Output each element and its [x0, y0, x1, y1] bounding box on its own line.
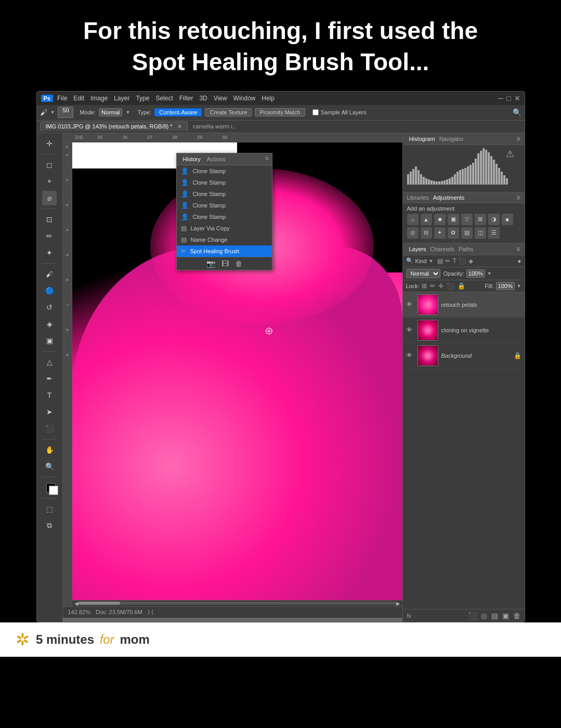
vibrance-adj-icon[interactable]: ▽	[461, 214, 473, 225]
layer-item-retouch-petals[interactable]: 👁 retouch petals	[403, 292, 525, 318]
opacity-input[interactable]	[466, 269, 485, 278]
history-item-3[interactable]: 👤 Clone Stamp	[177, 188, 272, 200]
brightness-adj-icon[interactable]: ☼	[407, 214, 419, 225]
menu-view[interactable]: View	[214, 95, 227, 102]
stamp-tool[interactable]: 🔵	[42, 283, 57, 298]
layers-footer-fx[interactable]: fx	[407, 613, 412, 619]
layer-visibility-eye-1[interactable]: 👁	[406, 301, 414, 308]
color-balance-icon[interactable]: ◑	[488, 214, 500, 225]
history-snapshot-button[interactable]: 📷	[206, 259, 215, 268]
history-item-8[interactable]: ✏ Spot Healing Brush	[177, 245, 272, 257]
invert-icon[interactable]: ✿	[448, 227, 459, 239]
levels-adj-icon[interactable]: ▲	[421, 214, 432, 225]
menu-3d[interactable]: 3D	[199, 95, 207, 102]
fill-input[interactable]	[496, 282, 515, 290]
eraser-tool[interactable]: ◈	[42, 317, 57, 331]
hue-saturation-icon[interactable]: ⊞	[475, 214, 486, 225]
eyedropper-tool[interactable]: ✏	[42, 229, 57, 243]
lock-position-icon[interactable]: ✏	[430, 282, 435, 290]
layer-item-cloning-vignette[interactable]: 👁 cloning on vignette	[403, 318, 525, 343]
menu-file[interactable]: File	[57, 95, 67, 102]
menu-select[interactable]: Select	[155, 95, 173, 102]
menu-filter[interactable]: Filter	[179, 95, 193, 102]
layer-kind-type-icon[interactable]: T	[452, 257, 456, 265]
fill-arrow[interactable]: ▼	[517, 283, 521, 289]
channel-mixer-icon[interactable]: ⊟	[421, 227, 432, 239]
gradient-map-icon[interactable]: ☰	[488, 227, 500, 239]
add-adjustment-layer-button[interactable]: ◎	[481, 612, 487, 620]
history-tab[interactable]: History	[180, 155, 204, 163]
history-item-6[interactable]: ▤ Layer Via Copy	[177, 223, 272, 234]
lasso-tool[interactable]: ⌖	[42, 174, 57, 189]
magic-wand-tool[interactable]: ⌀	[42, 191, 57, 205]
threshold-icon[interactable]: ◫	[475, 227, 486, 239]
lock-move-icon[interactable]: ✛	[438, 282, 443, 290]
history-brush-tool[interactable]: ↺	[42, 300, 57, 315]
color-lookup-icon[interactable]: ✦	[434, 227, 446, 239]
history-delete-button[interactable]: 🗑	[235, 259, 242, 268]
exposure-adj-icon[interactable]: ▣	[448, 214, 459, 225]
kind-dropdown-arrow[interactable]: ▼	[429, 258, 434, 264]
new-group-button[interactable]: ▤	[491, 612, 498, 620]
foreground-color[interactable]	[42, 480, 57, 495]
black-white-icon[interactable]: ■	[502, 214, 513, 225]
history-item-1[interactable]: 👤 Clone Stamp	[177, 165, 272, 177]
hand-tool[interactable]: ✋	[42, 443, 57, 457]
maximize-button[interactable]: □	[506, 94, 511, 102]
new-layer-button[interactable]: ▣	[502, 612, 509, 620]
histogram-tab[interactable]: Histogram	[407, 135, 437, 143]
opacity-arrow[interactable]: ▼	[487, 271, 492, 276]
navigator-tab[interactable]: Navigator	[437, 135, 466, 143]
channels-tab[interactable]: Channels	[428, 245, 456, 253]
history-item-2[interactable]: 👤 Clone Stamp	[177, 177, 272, 188]
healing-brush-tool[interactable]: ✦	[42, 245, 57, 260]
content-aware-button[interactable]: Content-Aware	[154, 108, 202, 116]
layers-tab[interactable]: Layers	[407, 245, 428, 253]
layers-panel-menu-icon[interactable]: ≡	[516, 245, 520, 253]
menu-help[interactable]: Help	[262, 95, 275, 102]
actions-tab[interactable]: Actions	[204, 155, 229, 163]
layer-item-background[interactable]: 👁 Background 🔒	[403, 343, 525, 369]
menu-image[interactable]: Image	[90, 95, 108, 102]
photo-filter-icon[interactable]: ◎	[407, 227, 419, 239]
adjustments-tab[interactable]: Adjustments	[433, 194, 465, 201]
posterize-icon[interactable]: ▤	[461, 227, 473, 239]
move-tool[interactable]: ✛	[42, 136, 57, 151]
history-camera-button[interactable]: 🎞	[221, 259, 229, 268]
lock-padlock-icon[interactable]: 🔒	[458, 282, 465, 290]
quick-mask-tool[interactable]: ⬚	[42, 502, 57, 516]
add-layer-mask-button[interactable]: ⬛	[468, 612, 477, 620]
menu-layer[interactable]: Layer	[114, 95, 129, 102]
scroll-left-arrow[interactable]: ◀	[74, 601, 79, 606]
mode-select[interactable]: Normal	[99, 108, 122, 116]
history-item-7[interactable]: ▤ Name Change	[177, 234, 272, 245]
menu-type[interactable]: Type	[136, 95, 149, 102]
create-texture-button[interactable]: Create Texture	[205, 108, 252, 116]
menu-edit[interactable]: Edit	[73, 95, 84, 102]
layer-visibility-eye-2[interactable]: 👁	[406, 326, 414, 334]
type-tool[interactable]: T	[42, 388, 57, 402]
blend-mode-select[interactable]: Normal	[406, 269, 440, 278]
curves-adj-icon[interactable]: ◆	[434, 214, 446, 225]
menu-window[interactable]: Window	[233, 95, 256, 102]
history-panel-menu[interactable]: ≡	[265, 155, 268, 163]
lock-all-icon[interactable]: ⬛	[447, 282, 454, 290]
brush-size-input[interactable]: 50	[58, 107, 73, 118]
layer-kind-shape-icon[interactable]: ⬛	[459, 257, 466, 265]
sample-all-layers-checkbox[interactable]	[312, 109, 319, 115]
tab-active-file[interactable]: IMG 0103.JPG @ 143% (retouch petals, RGB…	[40, 122, 188, 131]
screen-mode-tool[interactable]: ⧉	[42, 518, 57, 533]
layer-kind-pixel-icon[interactable]: ▤	[437, 257, 443, 265]
tab-inactive-file[interactable]: camellia warm i...	[188, 122, 242, 131]
minimize-button[interactable]: ─	[498, 94, 503, 102]
dodge-tool[interactable]: △	[42, 355, 57, 369]
layer-kind-adjustment-icon[interactable]: ✏	[445, 257, 450, 265]
marquee-tool[interactable]: ◻	[42, 158, 57, 172]
pen-tool[interactable]: ✒	[42, 371, 57, 386]
history-item-5[interactable]: 👤 Clone Stamp	[177, 211, 272, 223]
shape-tool[interactable]: ⬛	[42, 421, 57, 436]
search-icon[interactable]: 🔍	[513, 108, 521, 116]
scroll-right-arrow[interactable]: ▶	[396, 601, 400, 606]
layer-visibility-eye-3[interactable]: 👁	[406, 352, 414, 359]
mode-down-arrow[interactable]: ▼	[125, 110, 130, 115]
